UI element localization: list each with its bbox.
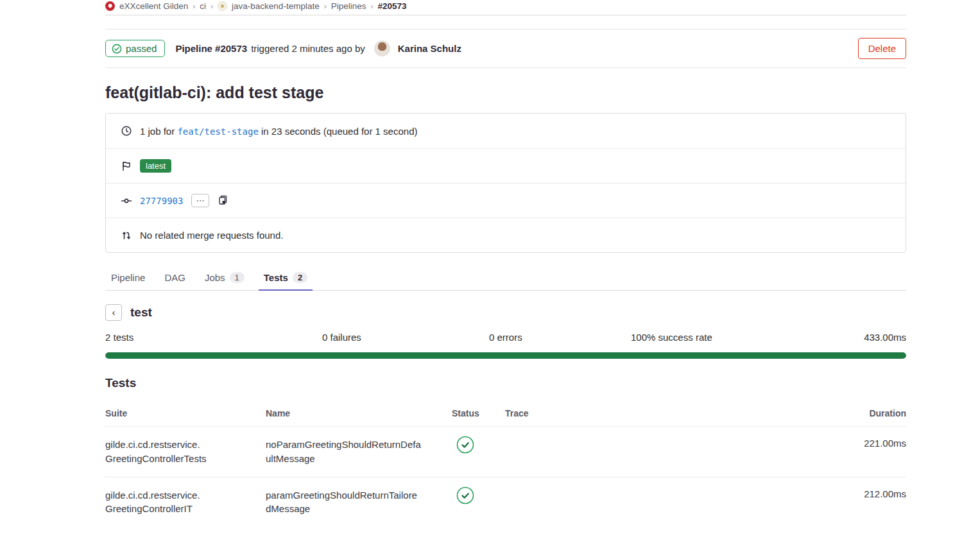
pipeline-info-card: 1 job for feat/test-stage in 23 seconds … [105, 113, 906, 253]
copy-commit-sha-button[interactable] [218, 195, 228, 207]
job-count-text: 1 job for [140, 126, 175, 137]
tests-section-heading: Tests [105, 376, 906, 390]
tab-jobs[interactable]: Jobs 1 [200, 266, 250, 290]
stat-errors: 0 errors [489, 332, 631, 343]
test-status-cell [452, 438, 505, 456]
no-merge-requests-text: No related merge requests found. [140, 230, 283, 241]
test-suite-header: ‹ test [105, 304, 906, 321]
test-suite-cell: gilde.​ci.​cd.​restservice.​GreetingCont… [105, 488, 256, 517]
column-header-suite: Suite [105, 408, 266, 418]
success-progress-track [105, 352, 906, 359]
delete-button[interactable]: Delete [858, 38, 906, 59]
test-suite-stats: 2 tests 0 failures 0 errors 100% success… [105, 332, 906, 343]
stat-failures: 0 failures [322, 332, 489, 343]
column-header-duration: Duration [829, 408, 906, 418]
chevron-right-icon: › [193, 2, 195, 11]
page-title: feat(gitlab-ci): add test stage [105, 83, 906, 102]
test-suite-cell: gilde.​ci.​cd.​restservice.​GreetingCont… [105, 438, 256, 466]
trigger-text: triggered 2 minutes ago by [251, 43, 365, 54]
commit-icon [121, 196, 132, 206]
table-row: gilde.​ci.​cd.​restservice.​GreetingCont… [105, 427, 906, 477]
breadcrumb: eXXcellent Gilden › ci › java-backend-te… [105, 0, 906, 15]
group-avatar-icon [105, 1, 115, 11]
pipeline-status-bar: passed Pipeline #20573 triggered 2 minut… [105, 29, 906, 68]
stat-total-tests: 2 tests [105, 332, 322, 343]
expand-commit-button[interactable]: ⋯ [191, 194, 209, 207]
job-duration-text: in 23 seconds (queued for 1 second) [261, 126, 418, 137]
author-name[interactable]: Karina Schulz [398, 43, 461, 54]
chevron-right-icon: › [211, 2, 213, 11]
commit-row: 27779903 ⋯ [106, 183, 906, 218]
status-badge[interactable]: passed [105, 40, 165, 57]
pipeline-tabs: Pipeline DAG Jobs 1 Tests 2 [105, 266, 906, 291]
pipeline-trigger-info: Pipeline #20573 triggered 2 minutes ago … [175, 40, 461, 56]
column-header-trace: Trace [505, 408, 829, 418]
tab-pipeline[interactable]: Pipeline [106, 266, 150, 290]
project-avatar-icon [218, 1, 227, 11]
latest-badge-row: latest [106, 148, 906, 183]
status-badge-label: passed [126, 43, 157, 54]
tests-table-header: Suite Name Status Trace Duration [105, 402, 906, 427]
tab-tests-label: Tests [264, 272, 288, 283]
breadcrumb-project[interactable]: java-backend-template [232, 1, 320, 11]
test-name-cell: paramGreetingShouldReturnTailoredMessage [266, 488, 422, 517]
test-suite-name: test [130, 305, 152, 320]
column-header-status: Status [452, 408, 505, 418]
check-circle-icon [112, 44, 122, 54]
test-duration-cell: 221.00ms [829, 438, 906, 449]
column-header-name: Name [266, 408, 452, 418]
back-button[interactable]: ‹ [105, 304, 122, 321]
tab-tests[interactable]: Tests 2 [259, 266, 313, 290]
user-avatar[interactable] [374, 40, 390, 56]
chevron-right-icon: › [370, 2, 373, 11]
pipeline-id: Pipeline #20573 [175, 43, 247, 54]
chevron-right-icon: › [324, 2, 327, 11]
tests-count-badge: 2 [293, 272, 307, 283]
merge-request-icon [121, 230, 132, 241]
jobs-count-badge: 1 [230, 272, 245, 283]
job-summary-text: 1 job for feat/test-stage in 23 seconds … [140, 126, 417, 137]
stat-duration: 433.00ms [864, 332, 906, 343]
commit-sha-link[interactable]: 27779903 [140, 196, 183, 206]
tab-jobs-label: Jobs [205, 272, 225, 283]
clock-icon [121, 126, 132, 136]
table-row: gilde.​ci.​cd.​restservice.​GreetingCont… [105, 477, 906, 528]
chevron-left-icon: ‹ [112, 307, 116, 318]
flag-icon [121, 161, 132, 171]
test-name-cell: noParamGreetingShouldReturnDefaultMessag… [266, 438, 422, 466]
branch-link[interactable]: feat/test-stage [177, 126, 258, 137]
tab-dag-label: DAG [164, 272, 185, 283]
test-status-cell [452, 488, 505, 506]
success-check-icon [456, 486, 474, 504]
tab-pipeline-label: Pipeline [111, 272, 145, 283]
latest-badge[interactable]: latest [140, 159, 171, 173]
breadcrumb-current-pipeline: #20573 [377, 1, 406, 11]
breadcrumb-pipelines[interactable]: Pipelines [331, 1, 366, 11]
merge-request-row: No related merge requests found. [106, 218, 906, 252]
tab-dag[interactable]: DAG [159, 266, 191, 290]
breadcrumb-group[interactable]: eXXcellent Gilden [119, 1, 188, 11]
breadcrumb-subgroup[interactable]: ci [200, 1, 206, 11]
job-summary-row: 1 job for feat/test-stage in 23 seconds … [106, 114, 906, 148]
page-container: eXXcellent Gilden › ci › java-backend-te… [105, 0, 906, 527]
clipboard-icon [218, 195, 228, 205]
success-progress-bar [105, 352, 906, 359]
success-check-icon [456, 436, 474, 454]
stat-success-rate: 100% success rate [631, 332, 864, 343]
test-duration-cell: 212.00ms [829, 488, 906, 499]
